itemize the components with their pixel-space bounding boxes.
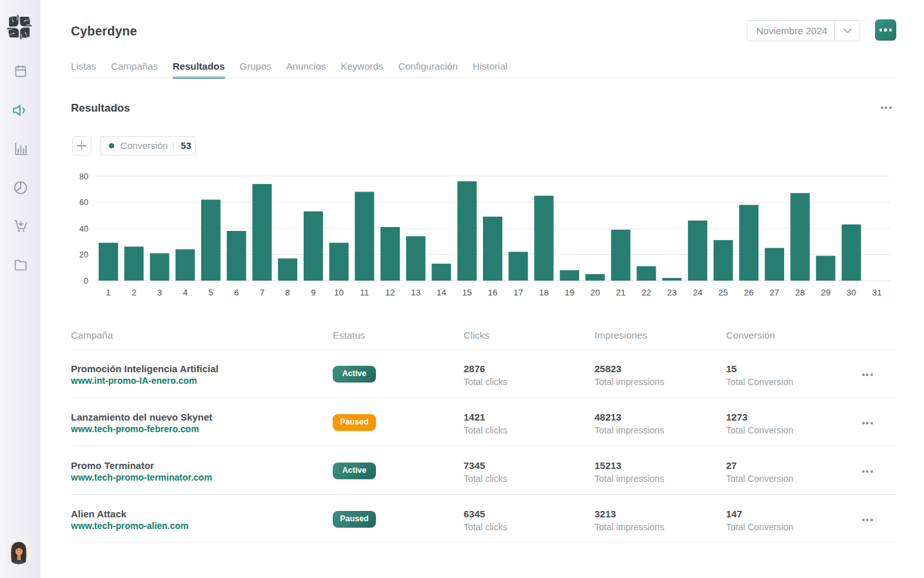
svg-text:17: 17 <box>513 288 523 297</box>
svg-text:6: 6 <box>234 288 239 297</box>
svg-text:0: 0 <box>84 277 88 286</box>
svg-text:12: 12 <box>386 288 395 297</box>
svg-text:40: 40 <box>79 224 88 234</box>
svg-text:20: 20 <box>590 288 600 297</box>
svg-text:2: 2 <box>132 288 137 297</box>
svg-text:31: 31 <box>872 288 881 297</box>
svg-text:26: 26 <box>744 288 754 297</box>
svg-text:19: 19 <box>565 288 575 297</box>
svg-text:80: 80 <box>79 172 88 181</box>
svg-text:16: 16 <box>487 288 497 297</box>
svg-text:21: 21 <box>616 288 625 297</box>
svg-text:30: 30 <box>847 288 856 297</box>
svg-text:25: 25 <box>718 288 728 297</box>
svg-text:22: 22 <box>642 288 651 297</box>
svg-text:28: 28 <box>795 288 805 297</box>
svg-text:11: 11 <box>360 288 369 297</box>
svg-text:20: 20 <box>79 250 88 259</box>
svg-text:15: 15 <box>462 288 472 297</box>
svg-text:27: 27 <box>770 288 780 297</box>
svg-text:29: 29 <box>821 288 831 297</box>
svg-text:5: 5 <box>208 288 213 297</box>
svg-text:8: 8 <box>285 288 290 297</box>
svg-text:4: 4 <box>182 288 188 297</box>
svg-text:7: 7 <box>260 288 265 297</box>
svg-text:23: 23 <box>667 288 677 297</box>
svg-text:14: 14 <box>437 288 447 297</box>
svg-text:1: 1 <box>106 288 111 297</box>
svg-text:18: 18 <box>539 288 549 297</box>
svg-text:24: 24 <box>693 288 703 297</box>
svg-text:9: 9 <box>311 288 316 297</box>
svg-text:13: 13 <box>411 288 420 297</box>
svg-text:10: 10 <box>334 288 344 297</box>
svg-text:3: 3 <box>157 288 162 297</box>
svg-text:60: 60 <box>79 198 88 207</box>
